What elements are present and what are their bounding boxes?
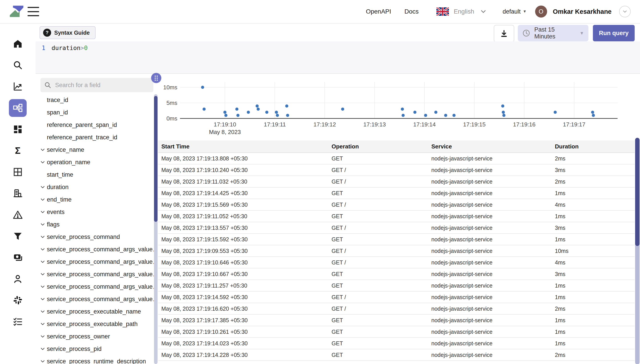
table-row[interactable]: May 08, 2023 17:19:10.646 +05:30GET /nod…: [158, 257, 635, 268]
chevron-down-icon[interactable]: [40, 222, 45, 227]
sidebar-item-streams[interactable]: [9, 249, 27, 266]
sidebar-item-tasks[interactable]: [9, 313, 27, 331]
search-icon: [44, 81, 52, 89]
field-item[interactable]: reference_parent_trace_id: [40, 131, 154, 144]
language-selector[interactable]: English: [454, 8, 487, 15]
field-item[interactable]: end_time: [40, 193, 154, 206]
field-item[interactable]: service_process_runtime_description: [40, 355, 154, 364]
chevron-down-icon[interactable]: [40, 296, 45, 302]
query-editor[interactable]: 1 duration > 0: [36, 41, 640, 73]
nav-docs[interactable]: Docs: [404, 8, 419, 15]
menu-button[interactable]: [28, 7, 39, 16]
chevron-down-icon[interactable]: [40, 359, 45, 364]
table-row[interactable]: May 08, 2023 17:19:15.592 +05:30GETnodej…: [158, 234, 635, 245]
field-item[interactable]: service_process_owner: [40, 330, 154, 343]
table-row[interactable]: May 08, 2023 17:19:14.023 +05:30GETnodej…: [158, 338, 635, 349]
chevron-down-icon[interactable]: [40, 309, 45, 314]
table-row[interactable]: May 08, 2023 17:19:11.052 +05:30GETnodej…: [158, 211, 635, 222]
field-item[interactable]: service_process_command_args_value…: [40, 256, 154, 268]
x-tick-label: 17:19:13: [363, 121, 386, 128]
nav-openapi[interactable]: OpenAPI: [366, 8, 391, 15]
table-row[interactable]: May 08, 2023 17:19:13.557 +05:30GET /nod…: [158, 222, 635, 234]
sidebar-item-index[interactable]: [9, 163, 27, 181]
run-query-button[interactable]: Run query: [593, 25, 635, 41]
field-item[interactable]: service_process_executable_name: [40, 305, 154, 318]
sidebar-item-slack[interactable]: [9, 291, 27, 309]
chevron-down-icon[interactable]: [40, 334, 45, 339]
table-row[interactable]: May 08, 2023 17:19:17.385 +05:30GETnodej…: [158, 315, 635, 326]
sidebar-item-metrics[interactable]: [9, 78, 27, 95]
chevron-down-icon[interactable]: [40, 197, 45, 202]
field-item[interactable]: service_process_command: [40, 231, 154, 243]
table-row[interactable]: May 08, 2023 17:19:10.667 +05:30GETnodej…: [158, 268, 635, 280]
table-row[interactable]: May 08, 2023 17:19:11.032 +05:30GET /nod…: [158, 176, 635, 188]
table-row[interactable]: May 08, 2023 17:19:09.583 +05:30GETnodej…: [158, 361, 635, 364]
sidebar-item-home[interactable]: [9, 35, 27, 53]
table-row[interactable]: May 08, 2023 17:19:15.569 +05:30GET /nod…: [158, 199, 635, 211]
table-scrollbar-thumb[interactable]: [635, 138, 640, 246]
table-row[interactable]: May 08, 2023 17:19:11.257 +05:30GETnodej…: [158, 280, 635, 292]
chevron-down-icon[interactable]: [40, 259, 45, 264]
field-list-scrollbar-thumb[interactable]: [154, 96, 158, 222]
field-search-input[interactable]: [55, 82, 150, 89]
sidebar-item-users[interactable]: [9, 270, 27, 288]
panel-drag-handle[interactable]: [151, 73, 161, 83]
field-item[interactable]: service_process_command_args_value…: [40, 268, 154, 280]
chevron-down-icon[interactable]: [40, 184, 45, 190]
user-menu-button[interactable]: [619, 6, 631, 17]
field-item[interactable]: service_process_executable_path: [40, 318, 154, 330]
field-item[interactable]: service_process_pid: [40, 343, 154, 355]
chevron-down-icon[interactable]: [40, 321, 45, 327]
table-cell: May 08, 2023 17:19:17.385 +05:30: [158, 317, 332, 324]
field-label: service_process_command_args_value…: [47, 258, 154, 265]
sidebar-item-functions[interactable]: Σ: [9, 142, 27, 160]
table-scrollbar[interactable]: [635, 138, 640, 364]
field-item[interactable]: reference_parent_span_id: [40, 119, 154, 131]
drag-dots-icon: [155, 76, 158, 81]
table-row[interactable]: May 08, 2023 17:19:10.240 +05:30GET /nod…: [158, 164, 635, 176]
chevron-down-icon[interactable]: [40, 284, 45, 289]
chevron-down-icon[interactable]: [40, 147, 45, 152]
table-row[interactable]: May 08, 2023 17:19:13.808 +05:30GETnodej…: [158, 153, 635, 164]
syntax-guide-button[interactable]: ? Syntax Guide: [40, 26, 96, 39]
field-item[interactable]: operation_name: [40, 156, 154, 168]
chevron-down-icon[interactable]: [40, 209, 45, 215]
time-range-selector[interactable]: Past 15 Minutes ▼: [518, 25, 588, 41]
field-item[interactable]: service_process_command_args_value…: [40, 243, 154, 256]
sidebar-item-traces[interactable]: [9, 99, 27, 117]
sidebar-item-dashboard[interactable]: [9, 120, 27, 138]
chevron-down-icon[interactable]: [40, 160, 45, 165]
field-item[interactable]: service_name: [40, 144, 154, 156]
table-row[interactable]: May 08, 2023 17:19:09.553 +05:30GET /nod…: [158, 245, 635, 257]
table-row[interactable]: May 08, 2023 17:19:14.425 +05:30GETnodej…: [158, 188, 635, 199]
sidebar-item-filters[interactable]: [9, 227, 27, 245]
table-cell: GET /: [332, 178, 431, 185]
field-item[interactable]: duration: [40, 181, 154, 193]
table-row[interactable]: May 08, 2023 17:19:14.592 +05:30GET /nod…: [158, 292, 635, 303]
field-item[interactable]: service_process_command_args_value…: [40, 280, 154, 293]
table-row[interactable]: May 08, 2023 17:19:10.261 +05:30GETnodej…: [158, 326, 635, 338]
field-item[interactable]: service_process_command_args_value…: [40, 293, 154, 305]
field-list-scrollbar[interactable]: [154, 94, 158, 364]
chevron-down-icon[interactable]: [40, 234, 45, 240]
sidebar-item-organization[interactable]: [9, 184, 27, 202]
field-item[interactable]: span_id: [40, 106, 154, 119]
field-item[interactable]: events: [40, 206, 154, 218]
sidebar-item-search[interactable]: [9, 56, 27, 74]
field-item[interactable]: start_time: [40, 168, 154, 181]
chevron-down-icon[interactable]: [40, 346, 45, 352]
table-cell: May 08, 2023 17:19:10.240 +05:30: [158, 167, 332, 173]
sidebar-item-alerts[interactable]: [9, 206, 27, 224]
person-icon: [13, 274, 23, 284]
field-item[interactable]: trace_id: [40, 94, 154, 106]
avatar[interactable]: O: [535, 6, 547, 18]
table-row[interactable]: May 08, 2023 17:19:14.228 +05:30GETnodej…: [158, 349, 635, 361]
org-selector[interactable]: default ▼: [503, 8, 527, 15]
download-button[interactable]: [494, 25, 514, 42]
table-row[interactable]: May 08, 2023 17:19:16.620 +05:30GET /nod…: [158, 303, 635, 315]
data-point: [502, 114, 506, 117]
chevron-down-icon[interactable]: [40, 272, 45, 277]
duration-scatter-chart[interactable]: 0ms5ms10ms17:19:1017:19:1117:19:1217:19:…: [158, 74, 640, 140]
field-item[interactable]: flags: [40, 218, 154, 231]
chevron-down-icon[interactable]: [40, 247, 45, 252]
